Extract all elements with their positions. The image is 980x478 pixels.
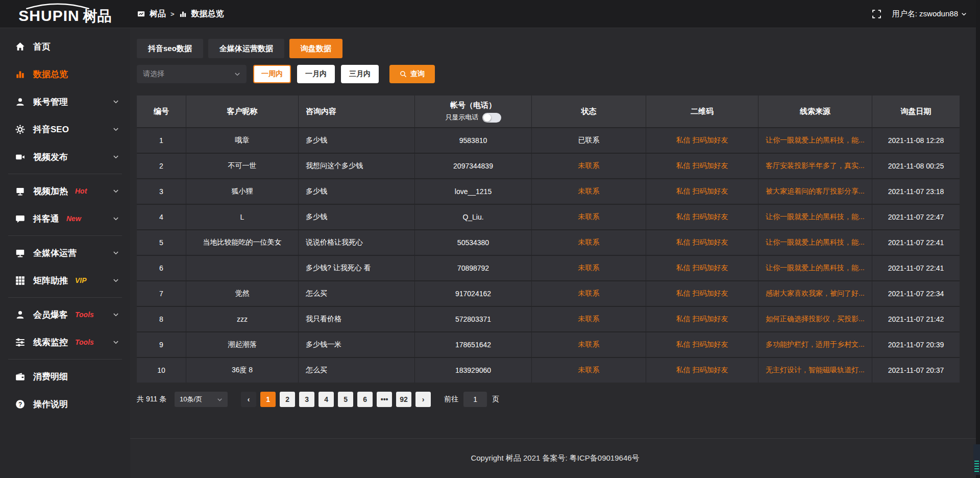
page-button[interactable]: 3 — [299, 392, 314, 407]
sidebar-item-label: 操作说明 — [33, 398, 68, 410]
cell-source-link[interactable]: 多功能护栏灯，适用于乡村文... — [758, 332, 872, 357]
page-button[interactable]: 92 — [396, 392, 411, 407]
data-tabs: 抖音seo数据 全媒体运营数据 询盘数据 — [137, 39, 980, 58]
date-range-button[interactable]: 三月内 — [341, 65, 379, 83]
cell-qrcode-link[interactable]: 私信 扫码加好友 — [646, 179, 758, 204]
sidebar-item-icon — [15, 69, 25, 79]
jump-page-input[interactable] — [463, 392, 487, 407]
cell-qrcode-link[interactable]: 私信 扫码加好友 — [646, 281, 758, 306]
sidebar-item-icon — [15, 338, 25, 347]
app-logo: SHUPIN 树品 — [0, 4, 130, 23]
cell-qrcode-link[interactable]: 私信 扫码加好友 — [646, 154, 758, 178]
sidebar-item-label: 视频发布 — [33, 151, 68, 163]
logo-arc — [19, 3, 96, 9]
cell-qrcode-link[interactable]: 私信 扫码加好友 — [646, 205, 758, 229]
sidebar-item-icon — [15, 97, 25, 107]
sidebar-item[interactable]: 全媒体运营 — [0, 239, 130, 267]
sidebar-item[interactable]: 抖音SEO — [0, 115, 130, 143]
sidebar-item-icon — [15, 152, 25, 162]
cell-qrcode-link[interactable]: 私信 扫码加好友 — [646, 256, 758, 280]
tab[interactable]: 抖音seo数据 — [137, 39, 203, 58]
table-row: 1 哦章 多少钱 9583810 已联系 私信 扫码加好友 让你一眼就爱上的黑科… — [137, 128, 960, 153]
cell-source-link[interactable]: 感谢大家喜欢我家，被问了好... — [758, 281, 872, 306]
breadcrumb-current: 数据总览 — [191, 9, 224, 19]
cell-qrcode-link[interactable]: 私信 扫码加好友 — [646, 307, 758, 331]
cell-nickname: 觉然 — [186, 281, 298, 306]
breadcrumb-root[interactable]: 树品 — [150, 9, 166, 19]
cell-content: 多少钱? 让我死心 看 — [299, 256, 414, 280]
sidebar-item[interactable]: 消费明细 — [0, 363, 130, 390]
cell-account: 572803371 — [415, 307, 531, 331]
date-range-group: 一周内 一月内 三月内 — [253, 65, 379, 83]
cell-account: 50534380 — [415, 230, 531, 255]
chevron-down-icon — [113, 339, 119, 345]
sidebar-item[interactable]: 线索监控 Tools — [0, 328, 130, 356]
sidebar-item[interactable]: 矩阵助推 VIP — [0, 267, 130, 294]
sidebar-item[interactable]: 抖客通 New — [0, 205, 130, 232]
sidebar-item-icon — [15, 186, 25, 196]
cell-content: 怎么买 — [299, 281, 414, 306]
page-size-select[interactable]: 10条/页 — [175, 392, 228, 407]
sidebar-item[interactable]: 账号管理 — [0, 88, 130, 115]
cell-source-link[interactable]: 客厅安装投影半年多了，真实... — [758, 154, 872, 178]
sidebar-item-label: 抖音SEO — [33, 124, 69, 135]
scrollbar[interactable] — [976, 0, 980, 478]
cell-no: 8 — [137, 307, 186, 331]
date-range-button[interactable]: 一周内 — [253, 65, 291, 83]
cell-account: Q_Liu. — [415, 205, 531, 229]
cell-source-link[interactable]: 让你一眼就爱上的黑科技，能... — [758, 205, 872, 229]
sidebar-item-icon — [15, 42, 25, 52]
table-row: 9 潮起潮落 多少钱一米 178651642 未联系 私信 扫码加好友 多功能护… — [137, 332, 960, 357]
page-button[interactable]: 4 — [318, 392, 334, 407]
header-date: 询盘日期 — [872, 95, 960, 127]
page-button[interactable]: 6 — [357, 392, 373, 407]
phone-only-toggle[interactable] — [482, 113, 501, 123]
cell-qrcode-link[interactable]: 私信 扫码加好友 — [646, 230, 758, 255]
page-button[interactable]: 1 — [260, 392, 276, 407]
sidebar-divider — [8, 235, 122, 236]
date-range-button[interactable]: 一月内 — [297, 65, 335, 83]
cell-no: 2 — [137, 154, 186, 178]
cell-nickname — [186, 256, 298, 280]
sidebar-item[interactable]: 会员爆客 Tools — [0, 301, 130, 328]
sidebar-item[interactable]: 操作说明 — [0, 390, 130, 418]
cell-qrcode-link[interactable]: 私信 扫码加好友 — [646, 358, 758, 383]
page-button[interactable]: ••• — [377, 392, 392, 407]
cell-source-link[interactable]: 被大家追着问的客厅投影分享... — [758, 179, 872, 204]
user-menu[interactable]: 用户名: zswodun88 — [892, 9, 967, 19]
cell-source-link[interactable]: 无主灯设计，智能磁吸轨道灯... — [758, 358, 872, 383]
sidebar-item[interactable]: 数据总览 — [0, 60, 130, 88]
cell-qrcode-link[interactable]: 私信 扫码加好友 — [646, 128, 758, 153]
tab[interactable]: 全媒体运营数据 — [208, 39, 284, 58]
next-page-button[interactable]: › — [415, 392, 431, 407]
cell-status: 未联系 — [532, 154, 646, 178]
sidebar-item[interactable]: 视频加热 Hot — [0, 177, 130, 205]
inquiry-table: 编号 客户昵称 咨询内容 帐号（电话） 只显示电话 状态 二维码 线索来源 询盘… — [137, 95, 960, 383]
cell-source-link[interactable]: 如何正确选择投影仪，买投影... — [758, 307, 872, 331]
query-button-label: 查询 — [410, 69, 425, 79]
cell-source-link[interactable]: 让你一眼就爱上的黑科技，能... — [758, 230, 872, 255]
cell-source-link[interactable]: 让你一眼就爱上的黑科技，能... — [758, 256, 872, 280]
page-button[interactable]: 2 — [280, 392, 295, 407]
cell-date: 2021-11-07 22:47 — [872, 205, 960, 229]
cell-qrcode-link[interactable]: 私信 扫码加好友 — [646, 332, 758, 357]
sidebar-item[interactable]: 首页 — [0, 33, 130, 60]
fullscreen-icon[interactable] — [872, 10, 881, 18]
prev-page-button[interactable]: ‹ — [241, 392, 256, 407]
cell-source-link[interactable]: 让你一眼就爱上的黑科技，能... — [758, 128, 872, 153]
filter-select[interactable]: 请选择 — [137, 65, 247, 83]
cell-content: 多少钱 — [299, 179, 414, 204]
query-button[interactable]: 查询 — [389, 65, 435, 83]
cell-status: 未联系 — [532, 205, 646, 229]
tab[interactable]: 询盘数据 — [289, 39, 342, 58]
cell-no: 6 — [137, 256, 186, 280]
cell-account: 2097344839 — [415, 154, 531, 178]
phone-only-row: 只显示电话 — [446, 113, 501, 123]
widget-bars — [974, 461, 979, 473]
cell-account: 70898792 — [415, 256, 531, 280]
browser-extension-widget[interactable] — [973, 444, 980, 475]
page-button[interactable]: 5 — [338, 392, 353, 407]
chevron-down-icon — [113, 99, 119, 105]
filter-select-placeholder: 请选择 — [143, 69, 164, 79]
sidebar-item[interactable]: 视频发布 — [0, 143, 130, 171]
